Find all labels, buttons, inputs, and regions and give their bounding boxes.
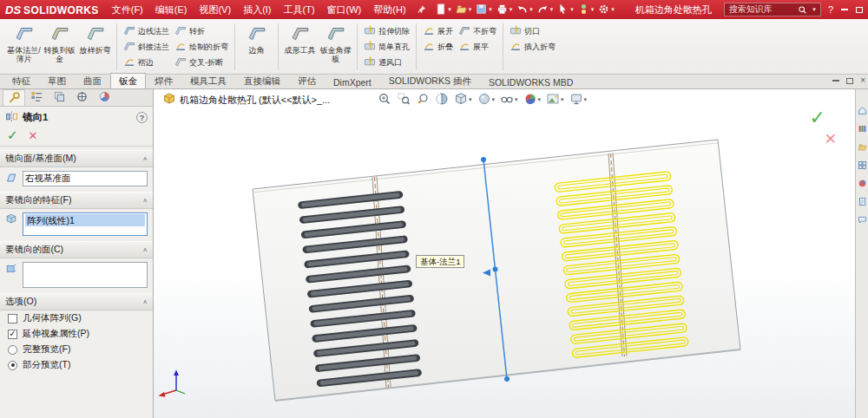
menu-edit[interactable]: 编辑(E)	[149, 1, 194, 19]
menu-view[interactable]: 视图(V)	[193, 1, 237, 19]
appearances-button[interactable]	[858, 179, 867, 188]
dropdown-caret-icon[interactable]: ▾	[492, 96, 496, 103]
tab-solidworks-mbd[interactable]: SOLIDWORKS MBD	[480, 75, 582, 88]
flatten-button[interactable]: 展平	[456, 39, 499, 55]
graphics-viewport[interactable]: 机箱边角处散热孔 (默认<<默认>_... ▾▾▾▾▾▾ ✓ ✕ 基体-法兰1	[154, 89, 855, 418]
partial-preview-radio[interactable]: 部分预览(T)	[0, 357, 153, 373]
selected-feature-item[interactable]: 阵列(线性)1	[25, 214, 145, 226]
search-caret-icon[interactable]: ▾	[812, 6, 816, 13]
app-help-button[interactable]: ?	[828, 5, 833, 15]
dropdown-caret-icon[interactable]: ▾	[510, 6, 513, 13]
dropdown-caret-icon[interactable]: ▾	[591, 6, 595, 13]
redo-button[interactable]: ▾	[535, 2, 556, 17]
feature-tree-header[interactable]: 机箱边角处散热孔 (默认<<默认>_...	[163, 93, 330, 107]
zoom-area-button[interactable]	[397, 92, 411, 108]
forum-button[interactable]	[858, 215, 867, 225]
section-faces-header[interactable]: 要镜向的面(C) ∧	[0, 241, 153, 258]
tab-sheet-metal[interactable]: 钣金	[110, 73, 146, 88]
cancel-button[interactable]: ✕	[29, 129, 38, 142]
dropdown-caret-icon[interactable]: ▾	[469, 96, 472, 103]
previous-view-button[interactable]	[416, 92, 430, 108]
menu-file[interactable]: 文件(F)	[106, 1, 149, 19]
dropdown-caret-icon[interactable]: ▾	[550, 6, 554, 13]
section-view-button[interactable]	[435, 92, 449, 108]
display-style-button[interactable]: ▾	[477, 92, 496, 108]
mirror-plane-selection-box[interactable]: 右视基准面	[23, 171, 148, 186]
pin-menu-icon[interactable]	[418, 3, 426, 16]
configuration-manager-tab[interactable]	[48, 89, 70, 106]
dropdown-caret-icon[interactable]: ▾	[538, 96, 542, 103]
knowledge-search-input[interactable]: 搜索知识库 ▾	[724, 3, 821, 16]
menu-tools[interactable]: 工具(T)	[278, 1, 321, 19]
tab-mold-tools[interactable]: 模具工具	[181, 73, 235, 88]
full-preview-radio[interactable]: 完整预览(F)	[0, 342, 153, 357]
propagate-visual-properties-checkbox[interactable]: ✓延伸视象属性(P)	[0, 326, 153, 342]
insert-bends-button[interactable]: 插入折弯	[507, 39, 558, 55]
section-mirror-plane-header[interactable]: 镜向面/基准面(M) ∧	[0, 150, 153, 167]
faces-selection-box[interactable]	[23, 262, 148, 288]
menu-insert[interactable]: 插入(I)	[237, 1, 277, 19]
dropdown-caret-icon[interactable]: ▾	[584, 96, 588, 103]
dropdown-caret-icon[interactable]: ▾	[489, 6, 492, 13]
dropdown-caret-icon[interactable]: ▾	[448, 6, 451, 13]
new-button[interactable]: ▾	[432, 2, 453, 17]
tab-direct-editing[interactable]: 直接编辑	[235, 73, 289, 88]
rip-button[interactable]: 切口	[507, 23, 558, 39]
dropdown-caret-icon[interactable]: ▾	[561, 96, 564, 103]
dimxpert-manager-tab[interactable]	[70, 89, 93, 106]
base-flange-button[interactable]: 基体法兰/薄片	[6, 21, 42, 73]
print-button[interactable]: ▾	[494, 2, 515, 17]
lofted-bend-button[interactable]: 放样折弯	[77, 21, 113, 73]
rebuild-button[interactable]: ▾	[575, 2, 596, 17]
tab-solidworks-addins[interactable]: SOLIDWORKS 插件	[380, 73, 480, 88]
dropdown-caret-icon[interactable]: ▾	[469, 6, 472, 13]
property-manager-tab[interactable]	[3, 89, 25, 106]
radio-unselected-icon[interactable]	[8, 345, 17, 355]
dropdown-caret-icon[interactable]: ▾	[570, 6, 574, 13]
view-orientation-button[interactable]: ▾	[454, 92, 472, 108]
feature-tree-label[interactable]: 机箱边角处散热孔 (默认<<默认>_...	[180, 94, 330, 107]
checkbox-unchecked-icon[interactable]	[8, 314, 17, 323]
corners-button[interactable]: 边角	[239, 21, 274, 73]
menu-help[interactable]: 帮助(H)	[367, 1, 411, 19]
section-options-header[interactable]: 选项(O) ∧	[0, 293, 153, 310]
unfold-button[interactable]: 展开	[420, 23, 456, 39]
confirm-ok-button[interactable]: ✓	[810, 107, 825, 129]
vent-button[interactable]: 通风口	[361, 55, 412, 70]
select-button[interactable]: ▾	[555, 2, 575, 17]
undo-button[interactable]: ▾	[514, 2, 535, 17]
search-icon[interactable]	[798, 5, 807, 15]
view-palette-button[interactable]	[858, 160, 867, 170]
display-manager-tab[interactable]	[93, 89, 115, 106]
zoom-fit-button[interactable]	[378, 92, 391, 108]
save-button[interactable]: ▾	[473, 2, 494, 17]
app-maximize-button[interactable]	[856, 7, 863, 13]
miter-flange-button[interactable]: 斜接法兰	[121, 39, 172, 55]
custom-properties-button[interactable]	[858, 197, 867, 206]
geometry-pattern-checkbox[interactable]: 几何体阵列(G)	[0, 310, 153, 326]
sheet-metal-gusset-button[interactable]: 钣金角撑板	[318, 21, 353, 73]
home-button[interactable]	[858, 106, 867, 115]
doc-minimize-button[interactable]	[832, 80, 839, 82]
help-icon[interactable]: ?	[136, 112, 148, 123]
dropdown-caret-icon[interactable]: ▾	[611, 6, 615, 13]
jog-button[interactable]: 转折	[172, 23, 231, 39]
checkbox-checked-icon[interactable]: ✓	[8, 330, 17, 339]
convert-to-sheet-metal-button[interactable]: 转换到钣金	[42, 21, 77, 73]
open-button[interactable]: ▾	[453, 2, 474, 17]
3d-model-canvas[interactable]	[154, 89, 855, 418]
apply-scene-button[interactable]: ▾	[546, 92, 564, 108]
feature-manager-tab[interactable]	[25, 89, 48, 106]
cross-break-button[interactable]: 交叉-折断	[172, 55, 231, 70]
doc-restore-button[interactable]	[846, 78, 853, 84]
radio-selected-icon[interactable]	[8, 361, 17, 370]
section-features-header[interactable]: 要镜向的特征(F) ∧	[0, 192, 153, 209]
hem-button[interactable]: 褶边	[121, 55, 172, 70]
no-bends-button[interactable]: 不折弯	[456, 23, 499, 39]
view-settings-button[interactable]: ▾	[569, 92, 588, 108]
tab-surfaces[interactable]: 曲面	[75, 73, 110, 88]
ok-button[interactable]: ✓	[7, 127, 18, 143]
simple-hole-button[interactable]: 简单直孔	[361, 39, 412, 55]
confirm-cancel-button[interactable]: ✕	[825, 130, 837, 148]
tab-weldments[interactable]: 焊件	[146, 73, 181, 88]
